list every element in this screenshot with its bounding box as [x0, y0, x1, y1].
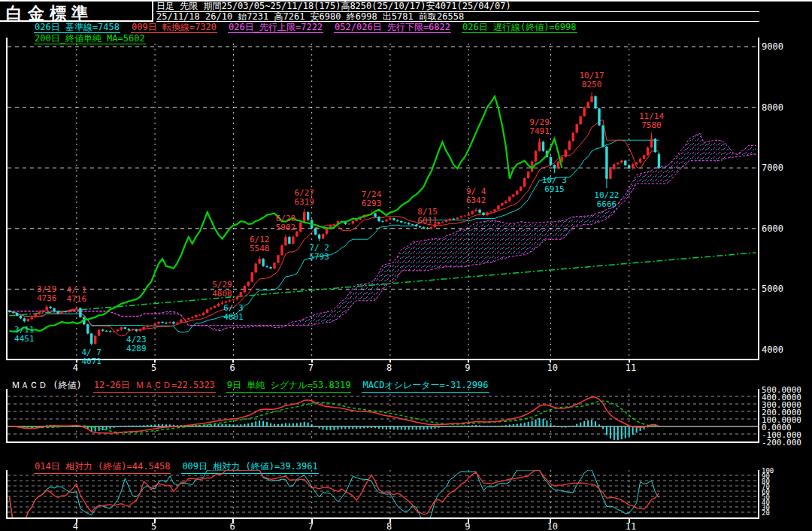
candle-body — [594, 96, 596, 108]
candle-body — [90, 334, 92, 344]
macd-histogram-bar — [505, 425, 507, 426]
candle-body — [150, 326, 152, 326]
candle-body — [550, 157, 552, 165]
candle-body — [598, 108, 600, 126]
ichimoku-legend-item: 026日_先行上限=7222 — [228, 23, 323, 33]
candle-body — [624, 161, 626, 165]
macd-histogram-bar — [124, 426, 126, 426]
candle-body — [295, 232, 298, 237]
candle-body — [601, 126, 604, 147]
ichimoku-legend-item: 026日 遅行線(終値)=6998 — [462, 23, 577, 33]
candle-body — [214, 306, 216, 308]
candle-body — [161, 322, 163, 323]
candle-body — [303, 212, 305, 222]
candle-body — [240, 292, 242, 296]
candle-body — [453, 219, 455, 220]
annotation-price: 5548 — [250, 244, 270, 253]
macd-histogram-bar — [460, 426, 462, 426]
macd-histogram-bar — [162, 424, 163, 426]
chart-info-line2: 25/11/18 26/10 始7231 高7261 安6980 終6998 出… — [156, 12, 759, 22]
x-axis-label-bottom: 7 — [308, 521, 314, 531]
chart-info-line1: 日足 先限 期間25/03/05~25/11/18(175)高8250(25/1… — [156, 2, 759, 12]
x-axis-label-bottom: 5 — [151, 521, 156, 531]
candle-body — [183, 320, 186, 320]
macd-histogram-bar — [326, 426, 328, 430]
x-axis-label: 11 — [626, 363, 636, 373]
rsi-svg — [8, 470, 758, 517]
macd-histogram-bar — [329, 426, 331, 430]
macd-histogram-bar — [323, 426, 324, 429]
annotation-price: 4736 — [37, 293, 57, 303]
main-chart-canvas[interactable]: 3/1144513/1947364/ 147164/ 740714/234289… — [6, 38, 759, 360]
macd-histogram-bar — [617, 426, 619, 440]
y-axis-label: 9000 — [762, 41, 783, 52]
macd-histogram-bar — [300, 423, 301, 426]
candle-body — [520, 187, 522, 191]
candle-body — [501, 203, 503, 205]
candle-body — [565, 150, 567, 157]
candle-body — [113, 331, 115, 332]
macd-histogram-bar — [110, 426, 111, 429]
macd-histogram-bar — [165, 424, 167, 426]
x-axis-label: 7 — [308, 363, 314, 373]
macd-histogram-bar — [583, 421, 585, 426]
macd-histogram-bar — [23, 426, 25, 427]
macd-histogram-bar — [445, 426, 447, 427]
candle-body — [426, 228, 429, 229]
candle-body — [396, 220, 398, 221]
candle-body — [527, 171, 529, 178]
annotation-price: 5902 — [276, 223, 296, 232]
y-axis-label: 6000 — [762, 223, 783, 234]
candle-body — [408, 223, 410, 224]
candle-body — [464, 216, 466, 217]
macd-histogram-bar — [120, 426, 122, 426]
macd-pane-canvas[interactable] — [6, 389, 759, 443]
macd-histogram-bar — [214, 424, 216, 426]
candle-body — [482, 213, 484, 215]
macd-histogram-bar — [528, 422, 529, 426]
candle-body — [322, 234, 324, 238]
candle-body — [277, 255, 279, 262]
candle-body — [307, 212, 309, 220]
candle-body — [542, 142, 544, 151]
candle-body — [605, 147, 607, 179]
candle-body — [180, 320, 182, 323]
macd-histogram-bar — [568, 426, 570, 427]
title-separator — [152, 2, 153, 22]
macd-histogram-bar — [281, 423, 283, 426]
y-axis-label: 8000 — [762, 102, 783, 113]
macd-histogram-bar — [453, 426, 454, 426]
candle-body — [60, 311, 62, 314]
macd-histogram-bar — [625, 426, 626, 438]
candle-body — [35, 314, 37, 317]
annotation-price: 6011 — [417, 216, 438, 226]
macd-histogram-bar — [632, 426, 634, 435]
macd-histogram-bar — [587, 420, 589, 426]
candle-body — [314, 228, 317, 234]
candle-body — [27, 319, 29, 321]
rsi-pane-canvas[interactable] — [6, 470, 759, 519]
x-axis-label: 10 — [547, 363, 557, 373]
macd-histogram-bar — [114, 426, 115, 428]
macd-histogram-bar — [427, 426, 429, 429]
candle-body — [568, 141, 571, 150]
candle-body — [523, 178, 526, 187]
macd-histogram-bar — [154, 424, 156, 426]
x-axis-label-bottom: 6 — [229, 521, 235, 531]
macd-histogram-bar — [259, 420, 260, 426]
macd-histogram-bar — [431, 426, 432, 429]
x-axis-label-bottom: 11 — [626, 521, 636, 531]
candle-body — [613, 164, 615, 168]
macd-histogram-bar — [393, 426, 395, 429]
macd-histogram-bar — [483, 426, 484, 426]
macd-histogram-bar — [557, 426, 559, 427]
candle-body — [643, 155, 645, 159]
macd-histogram-bar — [475, 425, 477, 426]
y-axis-label: 7000 — [762, 162, 783, 173]
candle-body — [590, 96, 592, 102]
candle-body — [168, 322, 171, 323]
candle-body — [98, 329, 100, 335]
ichimoku-legend-row1: 026日 基準線=7458009日 転換線=7320026日_先行上限=7222… — [34, 23, 588, 33]
candle-body — [575, 124, 577, 132]
macd-histogram-bar — [486, 426, 488, 426]
